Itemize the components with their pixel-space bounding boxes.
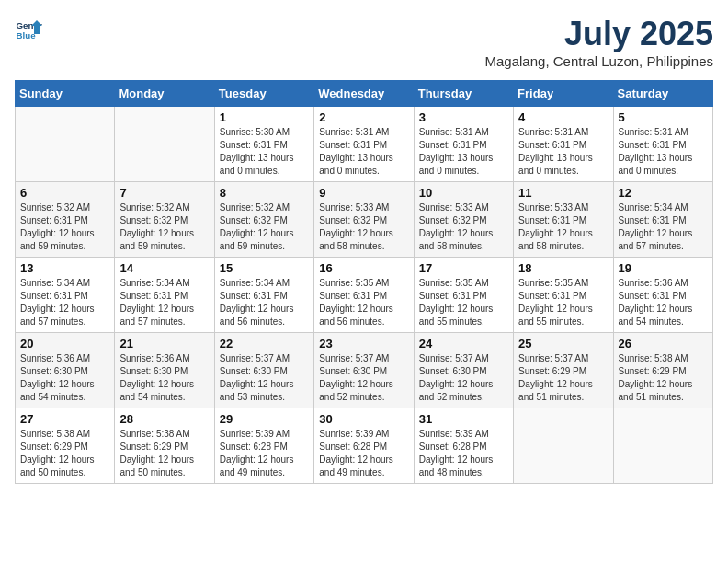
day-number: 6 — [20, 186, 109, 200]
day-info: Sunrise: 5:36 AM Sunset: 6:30 PM Dayligh… — [119, 352, 209, 404]
calendar-cell: 1Sunrise: 5:30 AM Sunset: 6:31 PM Daylig… — [214, 107, 313, 182]
day-info: Sunrise: 5:34 AM Sunset: 6:31 PM Dayligh… — [619, 201, 708, 253]
day-info: Sunrise: 5:37 AM Sunset: 6:30 PM Dayligh… — [419, 352, 508, 404]
calendar-cell: 7Sunrise: 5:32 AM Sunset: 6:32 PM Daylig… — [115, 182, 214, 258]
day-number: 26 — [619, 337, 708, 350]
day-number: 11 — [518, 186, 608, 200]
day-info: Sunrise: 5:31 AM Sunset: 6:31 PM Dayligh… — [419, 126, 508, 178]
calendar-cell: 21Sunrise: 5:36 AM Sunset: 6:30 PM Dayli… — [115, 333, 214, 408]
day-info: Sunrise: 5:34 AM Sunset: 6:31 PM Dayligh… — [20, 277, 109, 328]
day-number: 12 — [619, 186, 708, 200]
day-number: 7 — [119, 186, 209, 200]
day-number: 21 — [119, 337, 209, 350]
day-number: 29 — [220, 412, 309, 426]
day-number: 3 — [419, 110, 508, 124]
day-number: 28 — [119, 412, 209, 426]
day-number: 8 — [220, 186, 309, 200]
calendar-cell: 15Sunrise: 5:34 AM Sunset: 6:31 PM Dayli… — [214, 258, 313, 333]
day-number: 22 — [220, 337, 309, 350]
page-header: General Blue July 2025 Magalang, Central… — [15, 15, 713, 69]
day-info: Sunrise: 5:32 AM Sunset: 6:32 PM Dayligh… — [119, 201, 209, 253]
calendar-cell: 29Sunrise: 5:39 AM Sunset: 6:28 PM Dayli… — [214, 408, 313, 484]
day-info: Sunrise: 5:31 AM Sunset: 6:31 PM Dayligh… — [518, 126, 608, 178]
day-number: 31 — [419, 412, 508, 426]
calendar-cell: 5Sunrise: 5:31 AM Sunset: 6:31 PM Daylig… — [613, 107, 712, 182]
day-number: 1 — [220, 110, 309, 124]
location-title: Magalang, Central Luzon, Philippines — [485, 53, 714, 69]
calendar-week-row: 27Sunrise: 5:38 AM Sunset: 6:29 PM Dayli… — [16, 408, 713, 484]
calendar-week-row: 6Sunrise: 5:32 AM Sunset: 6:31 PM Daylig… — [16, 182, 713, 258]
calendar-cell: 30Sunrise: 5:39 AM Sunset: 6:28 PM Dayli… — [314, 408, 414, 484]
calendar-cell: 27Sunrise: 5:38 AM Sunset: 6:29 PM Dayli… — [16, 408, 115, 484]
calendar-table: SundayMondayTuesdayWednesdayThursdayFrid… — [15, 80, 713, 484]
day-number: 23 — [319, 337, 408, 350]
calendar-cell: 16Sunrise: 5:35 AM Sunset: 6:31 PM Dayli… — [314, 258, 414, 333]
day-number: 10 — [419, 186, 508, 200]
calendar-week-row: 20Sunrise: 5:36 AM Sunset: 6:30 PM Dayli… — [16, 333, 713, 408]
calendar-header-row: SundayMondayTuesdayWednesdayThursdayFrid… — [16, 81, 713, 107]
calendar-cell: 9Sunrise: 5:33 AM Sunset: 6:32 PM Daylig… — [314, 182, 414, 258]
month-title: July 2025 — [485, 15, 714, 53]
calendar-cell: 11Sunrise: 5:33 AM Sunset: 6:31 PM Dayli… — [514, 182, 613, 258]
day-number: 18 — [518, 261, 608, 275]
day-of-week-header: Saturday — [613, 81, 712, 107]
day-of-week-header: Friday — [514, 81, 613, 107]
day-info: Sunrise: 5:31 AM Sunset: 6:31 PM Dayligh… — [619, 126, 708, 178]
day-info: Sunrise: 5:37 AM Sunset: 6:30 PM Dayligh… — [319, 352, 408, 404]
day-info: Sunrise: 5:31 AM Sunset: 6:31 PM Dayligh… — [319, 126, 408, 178]
day-number: 14 — [119, 261, 209, 275]
calendar-cell: 31Sunrise: 5:39 AM Sunset: 6:28 PM Dayli… — [414, 408, 513, 484]
day-info: Sunrise: 5:34 AM Sunset: 6:31 PM Dayligh… — [220, 277, 309, 328]
calendar-cell: 17Sunrise: 5:35 AM Sunset: 6:31 PM Dayli… — [414, 258, 513, 333]
calendar-cell — [115, 107, 214, 182]
calendar-cell: 13Sunrise: 5:34 AM Sunset: 6:31 PM Dayli… — [16, 258, 115, 333]
day-info: Sunrise: 5:35 AM Sunset: 6:31 PM Dayligh… — [319, 277, 408, 328]
day-number: 9 — [319, 186, 408, 200]
day-info: Sunrise: 5:39 AM Sunset: 6:28 PM Dayligh… — [220, 428, 309, 479]
day-info: Sunrise: 5:35 AM Sunset: 6:31 PM Dayligh… — [518, 277, 608, 328]
calendar-cell: 2Sunrise: 5:31 AM Sunset: 6:31 PM Daylig… — [314, 107, 414, 182]
day-info: Sunrise: 5:39 AM Sunset: 6:28 PM Dayligh… — [319, 428, 408, 479]
calendar-cell: 26Sunrise: 5:38 AM Sunset: 6:29 PM Dayli… — [613, 333, 712, 408]
calendar-cell: 18Sunrise: 5:35 AM Sunset: 6:31 PM Dayli… — [514, 258, 613, 333]
calendar-cell: 14Sunrise: 5:34 AM Sunset: 6:31 PM Dayli… — [115, 258, 214, 333]
day-info: Sunrise: 5:38 AM Sunset: 6:29 PM Dayligh… — [119, 428, 209, 479]
day-number: 17 — [419, 261, 508, 275]
day-number: 24 — [419, 337, 508, 350]
day-number: 20 — [20, 337, 109, 350]
day-number: 2 — [319, 110, 408, 124]
day-number: 16 — [319, 261, 408, 275]
calendar-cell — [514, 408, 613, 484]
calendar-week-row: 1Sunrise: 5:30 AM Sunset: 6:31 PM Daylig… — [16, 107, 713, 182]
day-info: Sunrise: 5:37 AM Sunset: 6:29 PM Dayligh… — [518, 352, 608, 404]
calendar-cell — [613, 408, 712, 484]
calendar-cell: 10Sunrise: 5:33 AM Sunset: 6:32 PM Dayli… — [414, 182, 513, 258]
logo-icon: General Blue — [15, 15, 42, 42]
calendar-cell: 6Sunrise: 5:32 AM Sunset: 6:31 PM Daylig… — [16, 182, 115, 258]
day-info: Sunrise: 5:36 AM Sunset: 6:30 PM Dayligh… — [20, 352, 109, 404]
calendar-cell: 4Sunrise: 5:31 AM Sunset: 6:31 PM Daylig… — [514, 107, 613, 182]
day-info: Sunrise: 5:38 AM Sunset: 6:29 PM Dayligh… — [619, 352, 708, 404]
calendar-cell: 20Sunrise: 5:36 AM Sunset: 6:30 PM Dayli… — [16, 333, 115, 408]
day-info: Sunrise: 5:38 AM Sunset: 6:29 PM Dayligh… — [20, 428, 109, 479]
day-number: 4 — [518, 110, 608, 124]
title-block: July 2025 Magalang, Central Luzon, Phili… — [485, 15, 714, 69]
calendar-cell: 23Sunrise: 5:37 AM Sunset: 6:30 PM Dayli… — [314, 333, 414, 408]
day-info: Sunrise: 5:33 AM Sunset: 6:32 PM Dayligh… — [319, 201, 408, 253]
day-info: Sunrise: 5:32 AM Sunset: 6:31 PM Dayligh… — [20, 201, 109, 253]
calendar-week-row: 13Sunrise: 5:34 AM Sunset: 6:31 PM Dayli… — [16, 258, 713, 333]
day-info: Sunrise: 5:37 AM Sunset: 6:30 PM Dayligh… — [220, 352, 309, 404]
day-info: Sunrise: 5:35 AM Sunset: 6:31 PM Dayligh… — [419, 277, 508, 328]
calendar-cell: 19Sunrise: 5:36 AM Sunset: 6:31 PM Dayli… — [613, 258, 712, 333]
day-of-week-header: Sunday — [16, 81, 115, 107]
calendar-cell: 22Sunrise: 5:37 AM Sunset: 6:30 PM Dayli… — [214, 333, 313, 408]
day-of-week-header: Monday — [115, 81, 214, 107]
svg-text:Blue: Blue — [17, 30, 37, 40]
logo: General Blue — [15, 15, 42, 42]
calendar-cell: 8Sunrise: 5:32 AM Sunset: 6:32 PM Daylig… — [214, 182, 313, 258]
calendar-cell: 28Sunrise: 5:38 AM Sunset: 6:29 PM Dayli… — [115, 408, 214, 484]
day-number: 15 — [220, 261, 309, 275]
day-of-week-header: Wednesday — [314, 81, 414, 107]
day-number: 27 — [20, 412, 109, 426]
day-info: Sunrise: 5:36 AM Sunset: 6:31 PM Dayligh… — [619, 277, 708, 328]
